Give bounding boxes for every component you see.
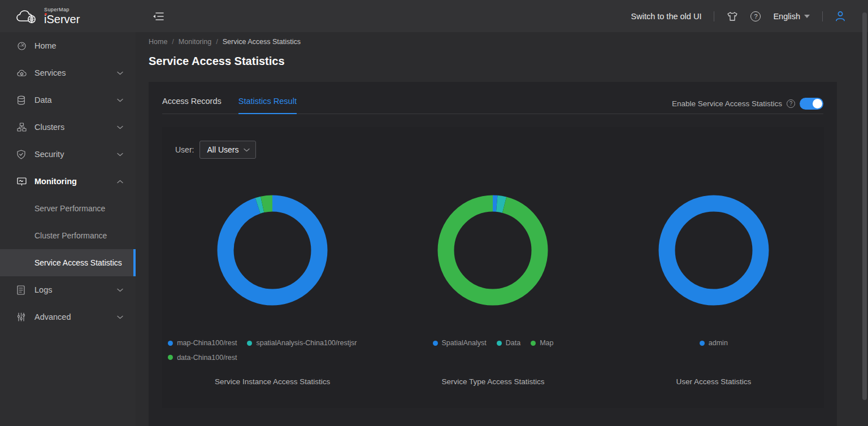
sidebar-item-label: Clusters <box>34 123 117 132</box>
sidebar-subitem-server-performance[interactable]: Server Performance <box>0 195 136 222</box>
sidebar-item-label: Home <box>34 41 123 50</box>
donut-segment[interactable] <box>667 203 761 297</box>
sidebar-item-label: Monitoring <box>34 177 117 186</box>
legend-dot-icon <box>497 341 502 346</box>
sidebar-subitem-label: Cluster Performance <box>34 231 107 240</box>
legend-item[interactable]: spatialAnalysis-China100/restjsr <box>247 339 357 347</box>
sidebar-nav: Home Services Data <box>0 32 136 426</box>
header-divider <box>822 11 823 21</box>
legend-item[interactable]: Data <box>497 339 520 347</box>
sidebar-item-label: Advanced <box>34 312 117 321</box>
charts-row: map-China100/restspatialAnalysis-China10… <box>162 194 824 386</box>
chart-title: User Access Statistics <box>676 377 751 386</box>
theme-shirt-icon[interactable] <box>727 11 738 21</box>
legend-item[interactable]: data-China100/rest <box>168 354 237 362</box>
legend-dot-icon <box>168 355 173 360</box>
chart-title: Service Instance Access Statistics <box>215 377 330 386</box>
legend-label: Map <box>540 339 553 347</box>
sidebar-item-services[interactable]: Services <box>0 59 136 86</box>
legend-dot-icon <box>700 341 705 346</box>
vertical-scrollbar-thumb[interactable] <box>862 12 867 400</box>
legend-dot-icon <box>433 341 438 346</box>
chart-legend: admin <box>700 339 728 364</box>
tab-statistics-result[interactable]: Statistics Result <box>238 97 297 114</box>
chevron-down-icon <box>244 148 250 152</box>
help-icon[interactable]: ? <box>750 11 761 21</box>
sidebar-item-monitoring[interactable]: Monitoring <box>0 168 136 195</box>
donut-segment[interactable] <box>225 203 319 297</box>
legend-label: map-China100/rest <box>177 339 237 347</box>
sidebar-item-security[interactable]: Security <box>0 141 136 168</box>
cloud-logo-icon <box>16 8 38 24</box>
legend-dot-icon <box>247 341 252 346</box>
sidebar-item-home[interactable]: Home <box>0 32 136 59</box>
sidebar-subitem-cluster-performance[interactable]: Cluster Performance <box>0 222 136 249</box>
language-selector[interactable]: English <box>773 12 810 21</box>
legend-item[interactable]: admin <box>700 339 728 347</box>
chart-service-instance: map-China100/restspatialAnalysis-China10… <box>162 194 383 386</box>
legend-item[interactable]: SpatialAnalyst <box>433 339 487 347</box>
legend-dot-icon <box>531 341 536 346</box>
donut-chart <box>216 194 329 307</box>
sidebar-item-logs[interactable]: Logs <box>0 276 136 303</box>
toggle-help-icon[interactable]: ? <box>787 99 795 108</box>
legend-label: SpatialAnalyst <box>442 339 487 347</box>
enable-statistics-label: Enable Service Access Statistics <box>672 99 782 108</box>
caret-down-icon <box>804 15 810 18</box>
cluster-icon <box>17 123 27 132</box>
database-icon <box>17 95 27 105</box>
chevron-down-icon <box>117 98 123 102</box>
top-header: SuperMap iServer Switch to the old UI ? … <box>0 0 868 32</box>
legend-item[interactable]: map-China100/rest <box>168 339 237 347</box>
chevron-up-icon <box>117 180 123 184</box>
breadcrumb-monitoring[interactable]: Monitoring <box>179 38 211 46</box>
chevron-down-icon <box>117 315 123 319</box>
language-label: English <box>773 12 800 21</box>
collapse-sidebar-icon[interactable] <box>153 12 164 21</box>
sidebar-subitem-label: Service Access Statistics <box>34 258 122 267</box>
logs-icon <box>17 285 27 295</box>
sidebar-item-clusters[interactable]: Clusters <box>0 114 136 141</box>
switch-old-ui-link[interactable]: Switch to the old UI <box>631 12 702 21</box>
donut-chart <box>657 194 770 307</box>
chevron-down-icon <box>117 125 123 129</box>
enable-statistics-group: Enable Service Access Statistics ? <box>672 98 823 110</box>
cloud-icon <box>17 69 27 77</box>
chevron-down-icon <box>117 153 123 157</box>
main-content: Home / Monitoring / Service Access Stati… <box>136 32 868 426</box>
gauge-icon <box>17 41 27 51</box>
logo-red-dot <box>45 13 47 15</box>
user-filter-label: User: <box>175 145 194 154</box>
sidebar-subitem-label: Server Performance <box>34 204 105 213</box>
enable-statistics-toggle[interactable] <box>800 98 823 110</box>
sidebar-subitem-service-access-statistics[interactable]: Service Access Statistics <box>0 249 136 276</box>
chart-legend: SpatialAnalystDataMap <box>433 339 554 364</box>
legend-item[interactable]: Map <box>531 339 553 347</box>
chart-title: Service Type Access Statistics <box>441 377 544 386</box>
user-select-value: All Users <box>207 145 238 154</box>
breadcrumb-home[interactable]: Home <box>149 38 167 46</box>
legend-label: data-China100/rest <box>177 354 237 362</box>
legend-dot-icon <box>168 341 173 346</box>
brand-top: SuperMap <box>44 7 80 12</box>
sidebar-item-advanced[interactable]: Advanced <box>0 303 136 331</box>
user-icon[interactable] <box>835 11 845 21</box>
tab-access-records[interactable]: Access Records <box>162 97 222 114</box>
toggle-knob <box>813 99 822 108</box>
chevron-down-icon <box>117 71 123 75</box>
sidebar-item-data[interactable]: Data <box>0 86 136 114</box>
legend-label: Data <box>506 339 520 347</box>
user-select[interactable]: All Users <box>199 141 256 159</box>
sidebar-item-label: Services <box>34 68 117 77</box>
sidebar-item-label: Data <box>34 95 117 105</box>
charts-panel: User: All Users map-China100/restspatial… <box>162 127 824 408</box>
user-filter-row: User: All Users <box>175 141 256 159</box>
sidebar-item-label: Security <box>34 150 117 159</box>
tab-bar: Access Records Statistics Result Enable … <box>162 82 823 114</box>
donut-segment[interactable] <box>446 203 540 297</box>
sidebar-item-label: Logs <box>34 285 117 294</box>
donut-chart <box>436 194 549 307</box>
chevron-down-icon <box>117 288 123 292</box>
breadcrumb: Home / Monitoring / Service Access Stati… <box>149 38 301 46</box>
app-logo[interactable]: SuperMap iServer <box>0 0 136 32</box>
